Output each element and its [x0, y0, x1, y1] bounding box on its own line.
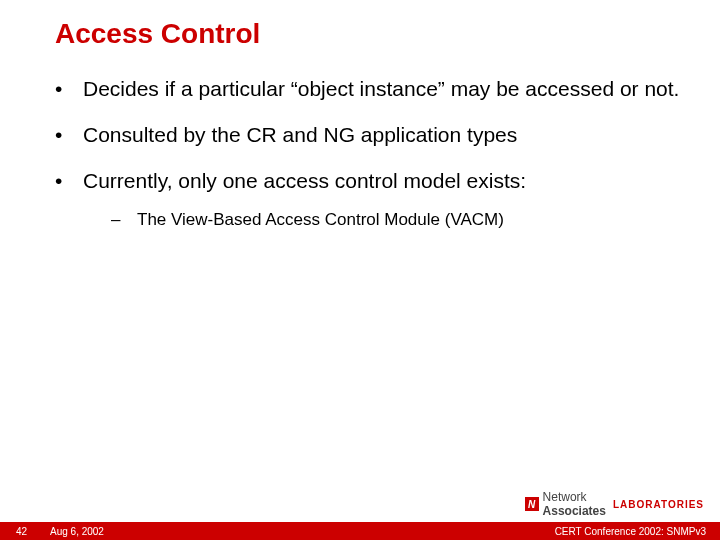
bullet-text: Consulted by the CR and NG application t…	[83, 121, 517, 149]
bullet-item: • Decides if a particular “object instan…	[55, 75, 680, 103]
sub-bullet-text: The View-Based Access Control Module (VA…	[137, 209, 504, 231]
sub-bullet-item: – The View-Based Access Control Module (…	[111, 209, 680, 231]
page-number: 42	[16, 526, 27, 537]
slide-title: Access Control	[55, 18, 260, 50]
logo-text: Network Associates	[543, 490, 606, 518]
bullet-marker: •	[55, 121, 83, 149]
logo-brand-bold: Associates	[543, 504, 606, 518]
slide: Access Control • Decides if a particular…	[0, 0, 720, 540]
bullet-text-with-sub: Currently, only one access control model…	[83, 167, 680, 231]
brand-logo: N Network Associates LABORATORIES	[525, 490, 704, 518]
bullet-marker: •	[55, 167, 83, 195]
footer-bar: 42 Aug 6, 2002 CERT Conference 2002: SNM…	[0, 522, 720, 540]
logo-labs: LABORATORIES	[613, 499, 704, 510]
logo-brand-light: Network	[543, 490, 587, 504]
footer-conference: CERT Conference 2002: SNMPv3	[555, 526, 706, 537]
slide-content: • Decides if a particular “object instan…	[55, 75, 680, 249]
bullet-item: • Consulted by the CR and NG application…	[55, 121, 680, 149]
bullet-text: Currently, only one access control model…	[83, 169, 526, 192]
bullet-marker: •	[55, 75, 83, 103]
bullet-text: Decides if a particular “object instance…	[83, 75, 679, 103]
logo-mark-icon: N	[525, 497, 539, 511]
footer-date: Aug 6, 2002	[50, 526, 104, 537]
bullet-item: • Currently, only one access control mod…	[55, 167, 680, 231]
sub-bullet-marker: –	[111, 209, 137, 231]
